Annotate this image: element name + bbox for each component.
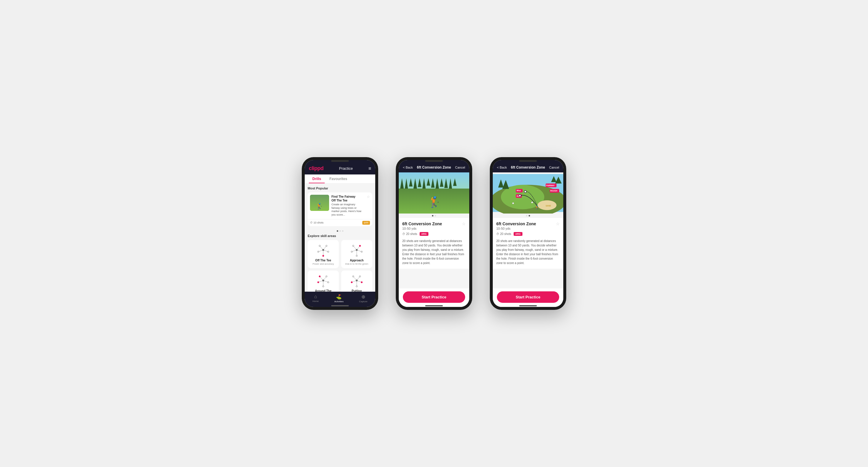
tab-drills[interactable]: Drills	[309, 174, 325, 183]
drill-title: Find The Fairway	[332, 195, 364, 199]
drill-subtitle: Off The Tee	[332, 199, 364, 202]
nav-capture[interactable]: ⊕ Capture	[359, 294, 367, 303]
phone1-content: Most Popular 🏌️ Find The Fairway Off The…	[305, 184, 375, 292]
approach-icon	[348, 243, 366, 258]
golfer-figure: 🏌️	[428, 196, 441, 208]
skill-approach[interactable]: Approach Dial-in to hit the green	[341, 240, 372, 268]
svg-point-65	[531, 202, 533, 204]
phone2-content: 🏌️ 6ft Conversion Zone 10-50 yds ☆	[399, 172, 469, 289]
drill-meta-3: ⏱ 20 shots ARG	[496, 232, 560, 236]
phones-container: clippd Practice ≡ Drills Favourites Most…	[302, 157, 566, 310]
drill-header-3: 6ft Conversion Zone 10-50 yds ☆	[496, 222, 560, 230]
trees-bg	[399, 178, 469, 190]
home-icon: ⌂	[314, 294, 317, 299]
tabs-bar: Drills Favourites	[305, 174, 375, 184]
phone-3: < Back 6ft Conversion Zone Cancel	[490, 157, 566, 310]
phone-1-screen: clippd Practice ≡ Drills Favourites Most…	[305, 160, 375, 307]
nav-home[interactable]: ⌂ Home	[312, 294, 318, 303]
capture-icon: ⊕	[362, 294, 365, 300]
cancel-button-3[interactable]: Cancel	[549, 166, 559, 169]
phone2-header: < Back 6ft Conversion Zone Cancel	[399, 160, 469, 172]
drill-name-3: 6ft Conversion Zone	[496, 222, 536, 226]
around-green-icon	[314, 273, 332, 288]
svg-point-10	[322, 255, 324, 257]
most-popular-label: Most Popular	[308, 187, 372, 190]
svg-point-62	[524, 191, 526, 193]
skill-name-atg: Around The Green	[311, 289, 336, 292]
featured-drill-card[interactable]: 🏌️ Find The Fairway Off The Tee Create a…	[308, 192, 372, 226]
phone-3-screen: < Back 6ft Conversion Zone Cancel	[493, 160, 563, 307]
skill-off-tee[interactable]: Off The Tee Power and accuracy	[308, 240, 339, 268]
drill-distance-3: 10-50 yds	[496, 227, 536, 230]
svg-point-18	[359, 245, 361, 247]
card-footer: ⏱ 10 shots OTT	[308, 219, 372, 226]
shots-info-3: ⏱ 20 shots	[496, 232, 511, 236]
svg-point-28	[319, 276, 320, 277]
drill-detail: 6ft Conversion Zone 10-50 yds ☆ ⏱ 20 sho…	[399, 218, 469, 269]
timer-icon: ⏱	[402, 232, 405, 236]
img-dot-2	[435, 215, 436, 216]
drill-description: Create an imaginary fairway using trees …	[332, 203, 364, 217]
card-dots	[308, 229, 372, 233]
ott-badge: OTT	[362, 221, 370, 225]
img-dot-1	[432, 215, 433, 216]
favourite-icon[interactable]: ☆	[462, 222, 466, 226]
start-practice-button-3[interactable]: Start Practice	[497, 291, 559, 303]
explore-label: Explore skill areas	[308, 234, 372, 238]
image-dots-3	[493, 213, 563, 218]
phone-2: < Back 6ft Conversion Zone Cancel	[396, 157, 472, 310]
activities-icon: ⛳	[336, 294, 342, 300]
phone3-content: SAND FAIRWAY ROUGH	[493, 172, 563, 289]
nav-title: Practice	[339, 166, 353, 171]
drill-text: Find The Fairway Off The Tee Create an i…	[332, 195, 364, 217]
skill-name-ott: Off The Tee	[315, 259, 331, 262]
activities-label: Activities	[334, 300, 344, 303]
phone3-footer: Start Practice	[493, 289, 563, 307]
clock-icon: ⏱	[310, 221, 313, 224]
favourite-icon[interactable]: ☆	[367, 195, 370, 199]
phone3-title: 6ft Conversion Zone	[511, 165, 545, 169]
favourite-icon-3[interactable]: ☆	[556, 222, 560, 226]
drill-meta: ⏱ 20 shots ARG	[402, 232, 466, 236]
drill-info: 6ft Conversion Zone 10-50 yds	[402, 222, 442, 230]
tab-favourites[interactable]: Favourites	[326, 174, 351, 183]
phone2-title: 6ft Conversion Zone	[417, 165, 451, 169]
svg-text:🏌️: 🏌️	[535, 205, 540, 210]
back-button[interactable]: < Back	[403, 166, 413, 169]
svg-text:FAIRWAY: FAIRWAY	[546, 185, 555, 187]
svg-point-41	[351, 282, 352, 283]
skill-name-putting: Putting	[352, 289, 362, 292]
phone3-header: < Back 6ft Conversion Zone Cancel	[493, 160, 563, 172]
nav-activities[interactable]: ⛳ Activities	[334, 294, 344, 303]
svg-text:SAND: SAND	[546, 205, 551, 207]
back-button-3[interactable]: < Back	[497, 166, 507, 169]
home-label: Home	[312, 300, 318, 302]
svg-text:ROUGH: ROUGH	[550, 190, 557, 192]
image-dots	[399, 213, 469, 218]
off-tee-icon	[314, 243, 332, 258]
phone1-header: clippd Practice ≡	[305, 160, 375, 174]
svg-point-42	[361, 282, 362, 283]
drill-name: 6ft Conversion Zone	[402, 222, 442, 226]
drill-info-3: 6ft Conversion Zone 10-50 yds	[496, 222, 536, 230]
drill-description: 20 shots are randomly generated at dista…	[402, 239, 466, 265]
start-practice-button[interactable]: Start Practice	[403, 291, 465, 303]
arg-badge-3: ARG	[514, 232, 522, 236]
img-dot-3-2	[529, 215, 530, 216]
svg-point-64	[512, 202, 514, 204]
skill-putting[interactable]: Putting Make and lag practice	[341, 270, 372, 292]
cancel-button[interactable]: Cancel	[455, 166, 465, 169]
dot-2	[339, 230, 341, 232]
app-logo: clippd	[309, 165, 323, 171]
bottom-nav: ⌂ Home ⛳ Activities ⊕ Capture	[305, 292, 375, 307]
shots-info: ⏱ 20 shots	[402, 232, 417, 236]
skill-grid: Off The Tee Power and accuracy	[308, 240, 372, 292]
phone-1: clippd Practice ≡ Drills Favourites Most…	[302, 157, 378, 310]
skill-around-green[interactable]: Around The Green Hone your short game	[308, 270, 339, 292]
svg-point-61	[519, 195, 521, 197]
capture-label: Capture	[359, 300, 367, 303]
drill-thumbnail: 🏌️	[310, 195, 329, 211]
drill-description-3: 20 shots are randomly generated at dista…	[496, 239, 560, 265]
svg-point-30	[317, 282, 319, 283]
menu-icon[interactable]: ≡	[369, 166, 371, 171]
